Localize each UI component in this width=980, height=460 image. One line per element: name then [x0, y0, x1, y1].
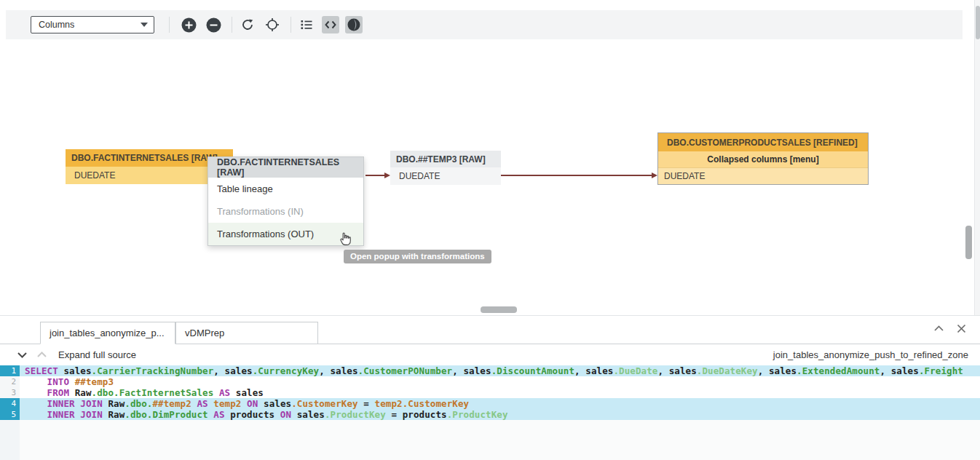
- contrast-icon: [347, 17, 361, 32]
- code-text: FROM Raw.dbo.FactInternetSales AS sales: [20, 387, 980, 398]
- source-name: join_tables_anonymize_push_to_refined_zo…: [773, 349, 968, 360]
- source-panel: join_tables_anonymize_p... vDMPrep: [0, 315, 980, 460]
- code-text: INNER JOIN Raw.dbo.DimProduct AS product…: [20, 409, 980, 420]
- toolbar-divider: [169, 17, 170, 33]
- code-line: 1SELECT sales.CarrierTrackingNumber, sal…: [0, 365, 980, 376]
- columns-dropdown-value: Columns: [39, 20, 74, 30]
- line-number: 2: [0, 376, 20, 387]
- code-text: SELECT sales.CarrierTrackingNumber, sale…: [20, 365, 980, 376]
- list-view-icon: [299, 17, 314, 32]
- source-tabbar: join_tables_anonymize_p... vDMPrep: [0, 316, 980, 344]
- tab-join-tables-anonymize[interactable]: join_tables_anonymize_p...: [40, 322, 175, 344]
- close-panel-button[interactable]: [955, 322, 968, 335]
- lineage-app: Columns: [0, 0, 980, 460]
- line-number: 1: [0, 365, 20, 376]
- table-node-title[interactable]: DBO.CUSTOMERPRODUCTSALES [REFINED]: [658, 133, 868, 151]
- close-icon: [955, 322, 968, 335]
- lineage-arrow: [365, 175, 385, 176]
- code-line: 2 INTO ##temp3: [0, 376, 980, 387]
- code-text: INTO ##temp3: [20, 376, 980, 387]
- table-node-temp3[interactable]: DBO.##TEMP3 [RAW] DUEDATE: [390, 151, 501, 185]
- horizontal-scrollbar-thumb[interactable]: [481, 306, 517, 313]
- source-toolbar: Expand full source join_tables_anonymize…: [0, 344, 980, 365]
- collapse-panel-button[interactable]: [933, 322, 945, 335]
- collapsed-columns-menu[interactable]: Collapsed columns [menu]: [658, 151, 868, 168]
- window-scrollbar-thumb[interactable]: [976, 6, 980, 39]
- zoom-out-button[interactable]: [205, 16, 222, 33]
- line-number: 4: [0, 398, 20, 409]
- table-node-title[interactable]: DBO.##TEMP3 [RAW]: [390, 151, 501, 167]
- tooltip: Open popup with transformations: [344, 250, 491, 263]
- expand-source-button[interactable]: [16, 349, 28, 361]
- code-text: INNER JOIN Raw.dbo.##temp2 AS temp2 ON s…: [20, 398, 980, 409]
- context-menu-item: Transformations (IN): [208, 200, 363, 223]
- chevron-down-icon: [16, 349, 28, 361]
- zoom-in-button[interactable]: [180, 16, 197, 33]
- window-scrollbar-track[interactable]: [974, 0, 980, 328]
- tab-vdmprep[interactable]: vDMPrep: [175, 322, 318, 344]
- table-node-customerproductsales[interactable]: DBO.CUSTOMERPRODUCTSALES [REFINED] Colla…: [657, 132, 869, 185]
- table-node-column[interactable]: DUEDATE: [658, 168, 868, 184]
- code-icon: [324, 18, 337, 31]
- code-line: 5 INNER JOIN Raw.dbo.DimProduct AS produ…: [0, 409, 980, 420]
- code-line: 3 FROM Raw.dbo.FactInternetSales AS sale…: [0, 387, 980, 398]
- collapse-source-button: [36, 349, 48, 361]
- chevron-up-icon: [933, 322, 945, 335]
- lineage-canvas[interactable]: Columns: [0, 0, 980, 315]
- lineage-arrowhead: [652, 172, 657, 178]
- contrast-button[interactable]: [345, 16, 363, 33]
- code-empty-area: [0, 420, 980, 460]
- zoom-out-icon: [206, 17, 221, 33]
- lineage-arrowhead: [384, 172, 390, 178]
- refresh-icon: [240, 17, 255, 32]
- code-line: 4 INNER JOIN Raw.dbo.##temp2 AS temp2 ON…: [0, 398, 980, 409]
- code-view-button[interactable]: [322, 16, 339, 33]
- table-node-column[interactable]: DUEDATE: [390, 167, 501, 185]
- line-number: 5: [0, 409, 20, 420]
- line-number: 3: [0, 387, 20, 398]
- vertical-scrollbar-thumb[interactable]: [965, 226, 972, 259]
- lineage-arrow: [501, 175, 652, 176]
- list-view-button[interactable]: [298, 16, 315, 33]
- toolbar-divider: [291, 17, 291, 33]
- hand-cursor-icon: [338, 231, 352, 247]
- context-menu-item[interactable]: Table lineage: [208, 178, 363, 200]
- refresh-button[interactable]: [239, 16, 256, 33]
- toolbar-divider: [232, 17, 232, 33]
- fit-view-button[interactable]: [264, 16, 281, 33]
- expand-full-source-label: Expand full source: [58, 349, 136, 360]
- chevron-up-icon: [36, 349, 48, 361]
- zoom-in-icon: [181, 17, 197, 33]
- diagram-toolbar: Columns: [6, 10, 963, 39]
- fit-view-icon: [265, 17, 280, 32]
- chevron-down-icon: [141, 23, 148, 27]
- sql-code-viewer[interactable]: 1SELECT sales.CarrierTrackingNumber, sal…: [0, 365, 980, 460]
- columns-dropdown[interactable]: Columns: [31, 16, 154, 33]
- context-menu-title: DBO.FACTINTERNETSALES [RAW]: [208, 157, 363, 178]
